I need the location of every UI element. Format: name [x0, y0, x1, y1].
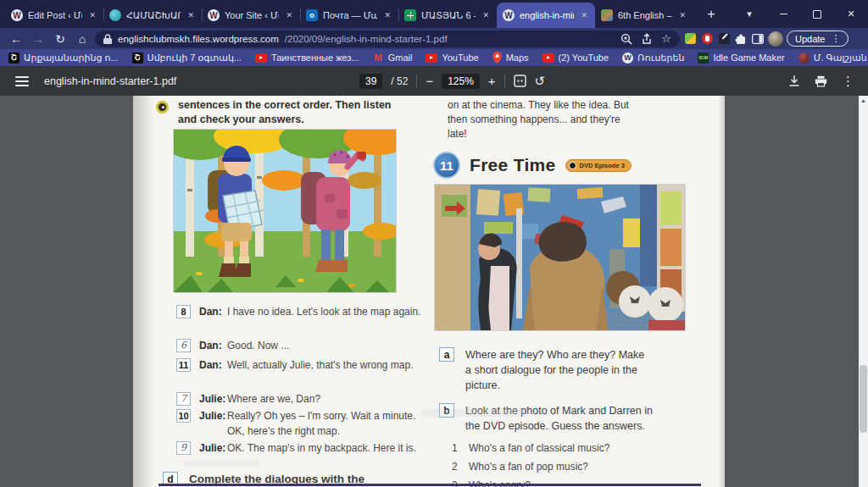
tab-close-icon[interactable]: ✕	[481, 9, 491, 21]
idle-game-maker-icon: IGM	[698, 53, 709, 64]
tab-close-icon[interactable]: ✕	[579, 9, 589, 21]
unit-heading: 11 Free Time DVD Episode 3	[433, 152, 632, 179]
window-restore-button[interactable]	[800, 0, 834, 28]
extension-adblock-icon[interactable]	[700, 32, 714, 46]
tab-matyan-sheet[interactable]: ՄԱՏՅԱՆ 6 - 22- ✕	[398, 3, 497, 28]
tab-mail[interactable]: o Почта — Մարկ ✕	[300, 3, 398, 28]
order-number-box: 6	[176, 339, 191, 352]
tab-6th-english[interactable]: 6th English – Մա ✕	[595, 3, 693, 28]
tab-hamashkharhayin[interactable]: ՀԱՄԱՇԽԱՐՀԱՅ ✕	[103, 3, 202, 28]
bookmark-item[interactable]: MGmail	[373, 53, 413, 64]
exercise-a: a Where are they? Who are they? Make a s…	[439, 347, 644, 393]
bookmark-item[interactable]: Մ. Գալշյան. Ծիրա...	[798, 53, 868, 64]
browser-toolbar: ← → ↻ ⌂ englishclubmskh.files.wordpress.…	[0, 28, 868, 49]
question-item: 1 Who's a fan of classical music?	[452, 442, 609, 454]
rotate-icon[interactable]: ↺	[535, 74, 546, 89]
window-close-button[interactable]: ✕	[834, 0, 868, 28]
tab-edit-post[interactable]: W Edit Post ‹ Մարկ ✕	[5, 3, 103, 28]
forward-icon[interactable]: →	[29, 32, 47, 46]
page-thumbnail-icon	[601, 9, 613, 21]
extensions-puzzle-icon[interactable]	[734, 32, 748, 46]
tab-english-in-mind-active[interactable]: W english-in-mind- ✕	[497, 3, 595, 28]
youtube-icon	[542, 53, 554, 63]
share-icon[interactable]	[641, 33, 653, 45]
pdf-menu-icon[interactable]	[15, 76, 29, 86]
order-number-box: 8	[176, 305, 191, 318]
unit-title: Free Time	[470, 155, 556, 175]
tab-label: ՄԱՏՅԱՆ 6 - 22-	[421, 10, 476, 21]
youtube-icon	[255, 53, 267, 63]
wordpress-icon: W	[503, 9, 515, 21]
bookmark-item[interactable]: YouTube	[426, 53, 478, 63]
pdf-page: sentences in the correct order. Then lis…	[133, 96, 725, 487]
new-tab-button[interactable]: +	[702, 6, 721, 23]
update-button[interactable]: Update ⋮	[787, 30, 849, 47]
side-panel-icon[interactable]	[751, 32, 765, 46]
browser-menu-kebab-icon[interactable]: ⋮	[831, 33, 840, 44]
home-icon[interactable]: ⌂	[73, 32, 92, 46]
scrollbar-thumb[interactable]	[860, 365, 867, 433]
site-favicon-icon	[109, 9, 121, 21]
address-bar[interactable]: englishclubmskh.files.wordpress.com/2020…	[95, 30, 680, 47]
tab-label: Edit Post ‹ Մարկ	[28, 10, 82, 21]
dialogue-row: 6 Dan:Good. Now ...	[176, 338, 424, 353]
extension-editor-icon[interactable]	[717, 32, 731, 46]
bookmark-item[interactable]: (2) YouTube	[542, 53, 609, 63]
bookmark-item[interactable]: Maps	[492, 52, 529, 64]
wordpress-icon: W	[11, 9, 23, 21]
pdf-more-kebab-icon[interactable]: ⋮	[842, 74, 854, 89]
tab-your-site[interactable]: W Your Site ‹ Մարկ ✕	[202, 3, 300, 28]
tab-label: english-in-mind-	[520, 10, 574, 20]
lock-icon	[103, 34, 112, 44]
page-total: / 52	[391, 75, 408, 87]
zoom-out-button[interactable]: −	[426, 74, 433, 88]
page-number-input[interactable]: 39	[359, 74, 382, 89]
zoom-in-button[interactable]: +	[488, 74, 496, 88]
fit-page-icon[interactable]	[514, 75, 526, 87]
dialogue-row: 9 Julie:OK. The map's in my backpack. He…	[176, 440, 424, 456]
viewer-scrollbar[interactable]: ▲	[859, 96, 868, 487]
site-favicon-icon: Շ	[132, 53, 143, 64]
google-sheets-icon	[404, 9, 416, 21]
window-minimize-button[interactable]	[766, 0, 800, 28]
youtube-icon	[426, 53, 437, 63]
bookmark-item[interactable]: WՌուսերեն	[622, 53, 684, 64]
tab-close-icon[interactable]: ✕	[186, 9, 196, 21]
bookmark-item[interactable]: ՇԱրքայանարինց ո...	[8, 53, 119, 64]
dialogue-row: 8 Dan:I have no idea. Let's look at the …	[176, 304, 424, 319]
tab-label: Почта — Մարկ	[323, 10, 377, 21]
bookmark-star-icon[interactable]: ☆	[661, 32, 671, 45]
tab-label: 6th English – Մա	[618, 10, 672, 21]
tab-close-icon[interactable]: ✕	[87, 9, 97, 21]
extension-colorful-icon[interactable]	[683, 32, 697, 46]
exercise-instruction: sentences in the correct order. Then lis…	[178, 98, 391, 127]
scroll-up-icon[interactable]: ▲	[859, 96, 868, 106]
order-number-box: 10	[176, 409, 191, 423]
tab-close-icon[interactable]: ✕	[677, 9, 687, 21]
exercise-b: b Look at the photo of Mark and Darren i…	[439, 403, 653, 434]
bookmark-item[interactable]: ՇՍմբուկի 7 օգտակ...	[132, 53, 242, 64]
zoom-level-icon[interactable]	[620, 33, 632, 45]
tab-strip: W Edit Post ‹ Մարկ ✕ ՀԱՄԱՇԽԱՐՀԱՅ ✕ W You…	[0, 0, 868, 28]
order-number-box: 9	[176, 441, 191, 455]
back-icon[interactable]: ←	[7, 32, 25, 46]
tab-close-icon[interactable]: ✕	[284, 9, 294, 21]
print-icon[interactable]	[815, 75, 827, 87]
profile-avatar[interactable]	[768, 31, 783, 47]
dvd-episode-badge: DVD Episode 3	[565, 159, 632, 172]
gmail-icon: M	[373, 53, 384, 64]
tab-close-icon[interactable]: ✕	[382, 9, 392, 21]
download-icon[interactable]	[788, 75, 800, 87]
reload-icon[interactable]: ↻	[51, 32, 70, 46]
bookmark-item[interactable]: Таинственные жез...	[255, 53, 359, 63]
url-domain: englishclubmskh.files.wordpress.com	[118, 34, 279, 44]
dialogue-row: 7 Julie:Where are we, Dan?	[176, 391, 424, 407]
bookmark-item[interactable]: IGMIdle Game Maker	[698, 53, 784, 64]
question-item: 2 Who's a fan of pop music?	[452, 461, 588, 473]
zoom-level: 125%	[442, 74, 480, 89]
dialogue-row: 10 Julie:Really? Oh yes – I'm sorry. Wai…	[176, 408, 424, 439]
tab-search-icon[interactable]: ▾	[732, 0, 766, 28]
bookmarks-bar: ՇԱրքայանարինց ո... ՇՍմբուկի 7 օգտակ... Т…	[0, 49, 868, 66]
order-number-box: 11	[176, 358, 191, 372]
dialogue-row: 11 Dan:Well, actually Julie, that's the …	[176, 357, 424, 373]
